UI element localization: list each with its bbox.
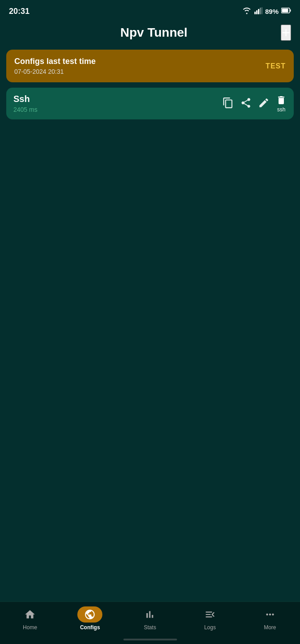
more-icon	[264, 609, 276, 620]
svg-rect-6	[282, 9, 288, 13]
svg-rect-2	[258, 9, 259, 14]
battery-icon	[281, 8, 291, 15]
config-card-latency: 2405 ms	[13, 106, 38, 113]
delete-icon	[276, 95, 287, 106]
status-time: 20:31	[9, 7, 30, 16]
config-card-info: Ssh 2405 ms	[13, 94, 38, 113]
globe-icon	[84, 609, 96, 620]
test-button[interactable]: TEST	[266, 62, 286, 70]
nav-label-home: Home	[23, 624, 37, 631]
delete-label: ssh	[277, 106, 286, 113]
logs-icon	[204, 609, 216, 620]
page-title: Npv Tunnel	[27, 25, 281, 40]
header: Npv Tunnel +	[0, 20, 300, 50]
svg-rect-0	[254, 12, 256, 14]
svg-rect-1	[256, 10, 258, 14]
config-card-name: Ssh	[13, 94, 38, 104]
config-card-actions: ssh	[222, 95, 287, 113]
config-banner: Configs last test time 07-05-2024 20:31 …	[6, 50, 294, 82]
nav-label-configs: Configs	[80, 624, 100, 631]
stats-icon	[144, 609, 156, 620]
nav-item-home[interactable]: Home	[12, 606, 48, 631]
battery-percent: 89%	[265, 8, 279, 15]
stats-icon-wrap	[137, 606, 162, 623]
globe-icon-wrap	[77, 606, 102, 623]
bottom-nav: Home Configs Stats Logs	[0, 602, 300, 644]
nav-label-stats: Stats	[144, 624, 156, 631]
logs-icon-wrap	[198, 606, 223, 623]
nav-label-logs: Logs	[204, 624, 216, 631]
config-banner-info: Configs last test time 07-05-2024 20:31	[14, 57, 96, 75]
nav-item-stats[interactable]: Stats	[132, 606, 168, 631]
signal-icon	[254, 7, 262, 16]
nav-item-configs[interactable]: Configs	[72, 606, 108, 631]
share-icon[interactable]	[240, 97, 252, 110]
svg-rect-4	[262, 7, 262, 14]
bottom-indicator	[123, 639, 177, 640]
config-card: Ssh 2405 ms ssh	[6, 88, 294, 119]
nav-item-more[interactable]: More	[252, 606, 288, 631]
config-banner-date: 07-05-2024 20:31	[14, 68, 96, 75]
add-config-button[interactable]: +	[281, 25, 291, 41]
config-banner-title: Configs last test time	[14, 57, 96, 66]
more-icon-wrap	[258, 606, 283, 623]
nav-item-logs[interactable]: Logs	[192, 606, 228, 631]
nav-label-more: More	[264, 624, 276, 631]
delete-container[interactable]: ssh	[276, 95, 287, 113]
status-icons: 89%	[242, 7, 291, 16]
home-icon	[24, 609, 36, 620]
wifi-icon	[242, 7, 252, 16]
edit-icon[interactable]	[258, 97, 270, 110]
copy-icon[interactable]	[222, 97, 234, 110]
svg-rect-3	[260, 8, 261, 14]
svg-rect-7	[290, 9, 291, 12]
status-bar: 20:31 89%	[0, 0, 300, 20]
home-icon-wrap	[17, 606, 42, 623]
